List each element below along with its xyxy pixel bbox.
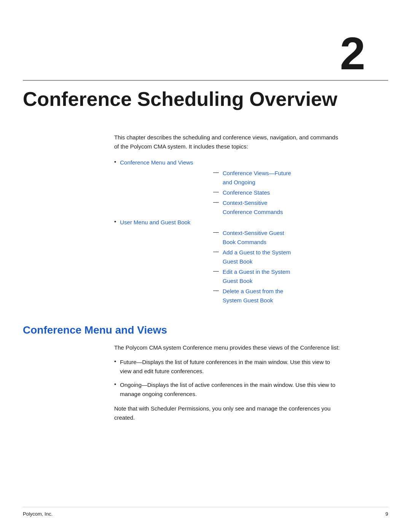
toc-link-delete-guest[interactable]: Delete a Guest from the System Guest Boo… (223, 287, 297, 305)
em-dash-1-1: — (213, 169, 219, 175)
toc-link-conference-states[interactable]: Conference States (223, 188, 270, 197)
chapter-title: Conference Scheduling Overview (0, 81, 411, 133)
content-area: This chapter describes the scheduling an… (0, 133, 411, 422)
chapter-number-area: 2 (0, 0, 411, 80)
bullet-char-1: • (114, 158, 116, 165)
toc-list: • Conference Menu and Views — Conference… (114, 158, 342, 305)
toc-link-edit-guest[interactable]: Edit a Guest in the System Guest Book (223, 267, 297, 286)
section-1-note: Note that with Scheduler Permissions, yo… (114, 404, 342, 422)
em-dash-1-3: — (213, 198, 219, 205)
footer: Polycom, Inc. 9 (23, 507, 388, 517)
toc-link-context-sensitive-conference[interactable]: Context-Sensitive Conference Commands (223, 198, 297, 217)
bullet-dot-1: • (114, 358, 116, 364)
toc-link-user-menu[interactable]: User Menu and Guest Book (120, 218, 190, 227)
bullet-item-ongoing: • Ongoing—Displays the list of active co… (114, 380, 342, 399)
toc-item-1: • Conference Menu and Views (114, 158, 342, 167)
toc-sublist-2: — Context-Sensitive Guest Book Commands … (206, 228, 297, 305)
toc-link-conference-views[interactable]: Conference Views—Future and Ongoing (223, 169, 297, 187)
toc-subitem-1-1: — Conference Views—Future and Ongoing (206, 169, 297, 187)
em-dash-2-2: — (213, 248, 219, 254)
page: 2 Conference Scheduling Overview This ch… (0, 0, 411, 532)
toc-subitem-2-1: — Context-Sensitive Guest Book Commands (206, 228, 297, 247)
toc-subitem-2-3: — Edit a Guest in the System Guest Book (206, 267, 297, 286)
toc-subitem-2-2: — Add a Guest to the System Guest Book (206, 248, 297, 266)
em-dash-2-3: — (213, 267, 219, 274)
toc-link-context-sensitive-guest[interactable]: Context-Sensitive Guest Book Commands (223, 228, 297, 247)
toc-subitem-1-2: — Conference States (206, 188, 297, 197)
em-dash-2-1: — (213, 228, 219, 235)
bullet-text-ongoing: Ongoing—Displays the list of active conf… (120, 380, 342, 399)
em-dash-2-4: — (213, 287, 219, 293)
footer-page: 9 (386, 511, 388, 517)
toc-item-2: • User Menu and Guest Book (114, 218, 342, 227)
toc-subitem-1-3: — Context-Sensitive Conference Commands (206, 198, 297, 217)
toc-sublist-1: — Conference Views—Future and Ongoing — … (206, 169, 297, 217)
bullet-item-future: • Future—Displays the list of future con… (114, 358, 342, 376)
toc-link-add-guest[interactable]: Add a Guest to the System Guest Book (223, 248, 297, 266)
bullet-dot-2: • (114, 381, 116, 387)
bullet-text-future: Future—Displays the list of future confe… (120, 358, 342, 376)
section-1-bullets: • Future—Displays the list of future con… (114, 358, 342, 399)
em-dash-1-2: — (213, 188, 219, 195)
section-1-heading: Conference Menu and Views (23, 324, 388, 336)
intro-text: This chapter describes the scheduling an… (114, 133, 342, 151)
bullet-char-2: • (114, 218, 116, 225)
toc-subitem-2-4: — Delete a Guest from the System Guest B… (206, 287, 297, 305)
section-1-intro: The Polycom CMA system Conference menu p… (114, 343, 342, 352)
chapter-number: 2 (340, 28, 365, 79)
footer-company: Polycom, Inc. (23, 511, 53, 517)
toc-link-conference-menu[interactable]: Conference Menu and Views (120, 158, 193, 167)
